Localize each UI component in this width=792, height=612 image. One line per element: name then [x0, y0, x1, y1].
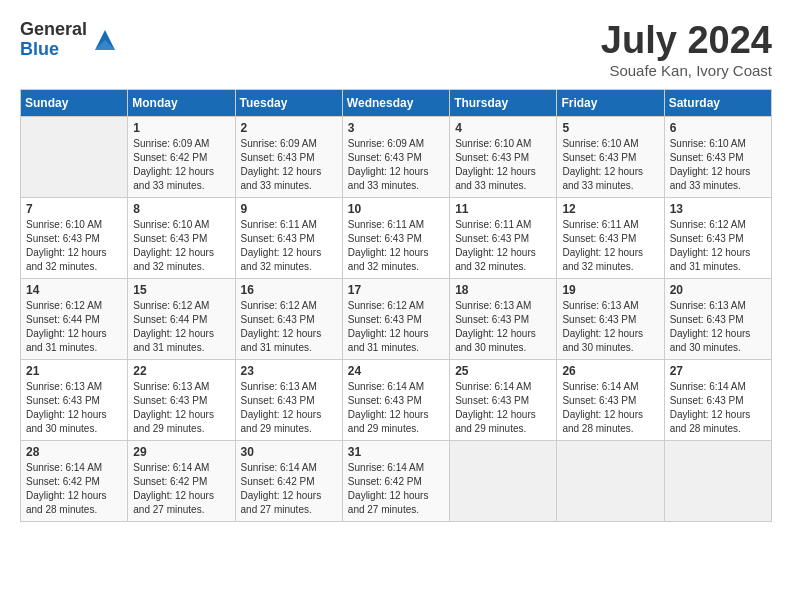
calendar-cell: 25Sunrise: 6:14 AM Sunset: 6:43 PM Dayli… — [450, 359, 557, 440]
calendar-cell: 8Sunrise: 6:10 AM Sunset: 6:43 PM Daylig… — [128, 197, 235, 278]
day-info: Sunrise: 6:11 AM Sunset: 6:43 PM Dayligh… — [241, 218, 337, 274]
calendar-cell: 6Sunrise: 6:10 AM Sunset: 6:43 PM Daylig… — [664, 116, 771, 197]
day-info: Sunrise: 6:10 AM Sunset: 6:43 PM Dayligh… — [133, 218, 229, 274]
calendar-cell: 1Sunrise: 6:09 AM Sunset: 6:42 PM Daylig… — [128, 116, 235, 197]
day-number: 5 — [562, 121, 658, 135]
day-number: 6 — [670, 121, 766, 135]
month-title: July 2024 — [601, 20, 772, 62]
day-info: Sunrise: 6:14 AM Sunset: 6:43 PM Dayligh… — [455, 380, 551, 436]
calendar-cell — [664, 440, 771, 521]
calendar-cell: 24Sunrise: 6:14 AM Sunset: 6:43 PM Dayli… — [342, 359, 449, 440]
logo-icon — [91, 26, 119, 54]
day-number: 13 — [670, 202, 766, 216]
calendar-week-row: 28Sunrise: 6:14 AM Sunset: 6:42 PM Dayli… — [21, 440, 772, 521]
day-info: Sunrise: 6:14 AM Sunset: 6:42 PM Dayligh… — [348, 461, 444, 517]
day-number: 4 — [455, 121, 551, 135]
day-of-week-header: Tuesday — [235, 89, 342, 116]
day-info: Sunrise: 6:10 AM Sunset: 6:43 PM Dayligh… — [670, 137, 766, 193]
calendar-cell: 3Sunrise: 6:09 AM Sunset: 6:43 PM Daylig… — [342, 116, 449, 197]
calendar-cell: 13Sunrise: 6:12 AM Sunset: 6:43 PM Dayli… — [664, 197, 771, 278]
calendar-week-row: 21Sunrise: 6:13 AM Sunset: 6:43 PM Dayli… — [21, 359, 772, 440]
logo-blue-text: Blue — [20, 40, 87, 60]
day-info: Sunrise: 6:10 AM Sunset: 6:43 PM Dayligh… — [562, 137, 658, 193]
day-number: 14 — [26, 283, 122, 297]
calendar-header-row: SundayMondayTuesdayWednesdayThursdayFrid… — [21, 89, 772, 116]
day-info: Sunrise: 6:12 AM Sunset: 6:43 PM Dayligh… — [348, 299, 444, 355]
calendar-cell — [450, 440, 557, 521]
calendar-cell: 22Sunrise: 6:13 AM Sunset: 6:43 PM Dayli… — [128, 359, 235, 440]
day-info: Sunrise: 6:10 AM Sunset: 6:43 PM Dayligh… — [26, 218, 122, 274]
calendar-cell: 2Sunrise: 6:09 AM Sunset: 6:43 PM Daylig… — [235, 116, 342, 197]
calendar-cell: 19Sunrise: 6:13 AM Sunset: 6:43 PM Dayli… — [557, 278, 664, 359]
location-subtitle: Souafe Kan, Ivory Coast — [601, 62, 772, 79]
day-number: 31 — [348, 445, 444, 459]
title-block: July 2024 Souafe Kan, Ivory Coast — [601, 20, 772, 79]
day-number: 22 — [133, 364, 229, 378]
day-number: 10 — [348, 202, 444, 216]
calendar-cell: 29Sunrise: 6:14 AM Sunset: 6:42 PM Dayli… — [128, 440, 235, 521]
day-of-week-header: Saturday — [664, 89, 771, 116]
calendar-cell: 12Sunrise: 6:11 AM Sunset: 6:43 PM Dayli… — [557, 197, 664, 278]
day-number: 21 — [26, 364, 122, 378]
day-info: Sunrise: 6:09 AM Sunset: 6:43 PM Dayligh… — [348, 137, 444, 193]
day-number: 18 — [455, 283, 551, 297]
day-info: Sunrise: 6:12 AM Sunset: 6:43 PM Dayligh… — [241, 299, 337, 355]
day-info: Sunrise: 6:14 AM Sunset: 6:42 PM Dayligh… — [241, 461, 337, 517]
calendar-cell: 17Sunrise: 6:12 AM Sunset: 6:43 PM Dayli… — [342, 278, 449, 359]
day-number: 29 — [133, 445, 229, 459]
day-of-week-header: Wednesday — [342, 89, 449, 116]
day-info: Sunrise: 6:14 AM Sunset: 6:43 PM Dayligh… — [348, 380, 444, 436]
day-info: Sunrise: 6:12 AM Sunset: 6:43 PM Dayligh… — [670, 218, 766, 274]
day-info: Sunrise: 6:12 AM Sunset: 6:44 PM Dayligh… — [26, 299, 122, 355]
calendar-cell: 5Sunrise: 6:10 AM Sunset: 6:43 PM Daylig… — [557, 116, 664, 197]
calendar-week-row: 1Sunrise: 6:09 AM Sunset: 6:42 PM Daylig… — [21, 116, 772, 197]
day-number: 27 — [670, 364, 766, 378]
logo-general-text: General — [20, 20, 87, 40]
page-header: General Blue July 2024 Souafe Kan, Ivory… — [20, 20, 772, 79]
day-info: Sunrise: 6:13 AM Sunset: 6:43 PM Dayligh… — [26, 380, 122, 436]
day-number: 28 — [26, 445, 122, 459]
calendar-cell: 10Sunrise: 6:11 AM Sunset: 6:43 PM Dayli… — [342, 197, 449, 278]
day-of-week-header: Sunday — [21, 89, 128, 116]
day-info: Sunrise: 6:11 AM Sunset: 6:43 PM Dayligh… — [455, 218, 551, 274]
day-number: 9 — [241, 202, 337, 216]
calendar-cell: 30Sunrise: 6:14 AM Sunset: 6:42 PM Dayli… — [235, 440, 342, 521]
calendar-cell — [557, 440, 664, 521]
calendar-cell: 28Sunrise: 6:14 AM Sunset: 6:42 PM Dayli… — [21, 440, 128, 521]
day-number: 25 — [455, 364, 551, 378]
day-number: 19 — [562, 283, 658, 297]
day-info: Sunrise: 6:13 AM Sunset: 6:43 PM Dayligh… — [133, 380, 229, 436]
calendar-cell: 7Sunrise: 6:10 AM Sunset: 6:43 PM Daylig… — [21, 197, 128, 278]
day-info: Sunrise: 6:09 AM Sunset: 6:43 PM Dayligh… — [241, 137, 337, 193]
day-info: Sunrise: 6:11 AM Sunset: 6:43 PM Dayligh… — [562, 218, 658, 274]
day-info: Sunrise: 6:14 AM Sunset: 6:42 PM Dayligh… — [133, 461, 229, 517]
day-of-week-header: Thursday — [450, 89, 557, 116]
day-info: Sunrise: 6:13 AM Sunset: 6:43 PM Dayligh… — [455, 299, 551, 355]
day-number: 7 — [26, 202, 122, 216]
calendar-cell: 14Sunrise: 6:12 AM Sunset: 6:44 PM Dayli… — [21, 278, 128, 359]
day-info: Sunrise: 6:13 AM Sunset: 6:43 PM Dayligh… — [562, 299, 658, 355]
day-number: 11 — [455, 202, 551, 216]
day-number: 15 — [133, 283, 229, 297]
calendar-cell: 31Sunrise: 6:14 AM Sunset: 6:42 PM Dayli… — [342, 440, 449, 521]
logo: General Blue — [20, 20, 119, 60]
day-info: Sunrise: 6:13 AM Sunset: 6:43 PM Dayligh… — [241, 380, 337, 436]
day-info: Sunrise: 6:14 AM Sunset: 6:43 PM Dayligh… — [670, 380, 766, 436]
day-number: 12 — [562, 202, 658, 216]
calendar-cell: 23Sunrise: 6:13 AM Sunset: 6:43 PM Dayli… — [235, 359, 342, 440]
calendar-cell: 4Sunrise: 6:10 AM Sunset: 6:43 PM Daylig… — [450, 116, 557, 197]
day-info: Sunrise: 6:14 AM Sunset: 6:43 PM Dayligh… — [562, 380, 658, 436]
calendar-cell: 26Sunrise: 6:14 AM Sunset: 6:43 PM Dayli… — [557, 359, 664, 440]
day-number: 3 — [348, 121, 444, 135]
calendar-cell: 20Sunrise: 6:13 AM Sunset: 6:43 PM Dayli… — [664, 278, 771, 359]
calendar-cell: 18Sunrise: 6:13 AM Sunset: 6:43 PM Dayli… — [450, 278, 557, 359]
calendar-cell: 16Sunrise: 6:12 AM Sunset: 6:43 PM Dayli… — [235, 278, 342, 359]
day-info: Sunrise: 6:12 AM Sunset: 6:44 PM Dayligh… — [133, 299, 229, 355]
calendar-cell — [21, 116, 128, 197]
day-number: 16 — [241, 283, 337, 297]
day-info: Sunrise: 6:13 AM Sunset: 6:43 PM Dayligh… — [670, 299, 766, 355]
day-number: 26 — [562, 364, 658, 378]
calendar-cell: 27Sunrise: 6:14 AM Sunset: 6:43 PM Dayli… — [664, 359, 771, 440]
calendar-table: SundayMondayTuesdayWednesdayThursdayFrid… — [20, 89, 772, 522]
day-info: Sunrise: 6:10 AM Sunset: 6:43 PM Dayligh… — [455, 137, 551, 193]
